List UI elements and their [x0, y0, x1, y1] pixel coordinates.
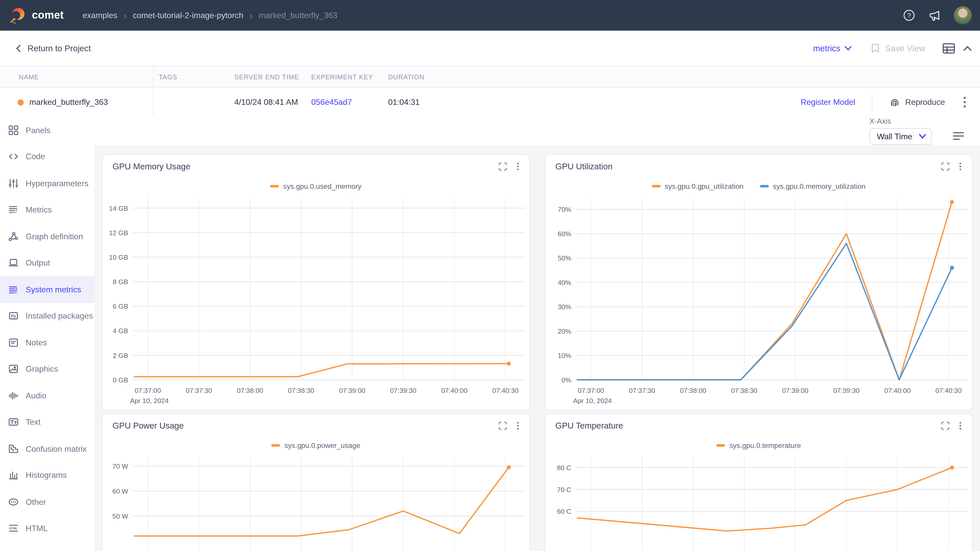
legend-item-sys-gpu-0-power-usage[interactable]: sys.gpu.0.power_usage	[271, 441, 360, 449]
kebab-menu-icon[interactable]	[956, 421, 965, 430]
breadcrumb-project[interactable]: comet-tutorial-2-image-pytorch	[133, 11, 243, 20]
sidebar-item-label: Output	[25, 258, 50, 268]
fullscreen-icon[interactable]	[941, 421, 950, 430]
x-tick-label: 07:37:30	[628, 387, 655, 394]
breadcrumb-workspace[interactable]: examples	[83, 11, 117, 20]
x-tick-label: 07:38:30	[288, 387, 314, 394]
sidebar-item-graph-definition[interactable]: Graph definition	[0, 223, 94, 249]
sidebar-item-metrics[interactable]: Metrics	[0, 197, 94, 223]
breadcrumb-separator: ›	[250, 10, 252, 20]
announcements-icon[interactable]	[928, 9, 941, 22]
chart-card-gpu-utilization: GPU Utilizationsys.gpu.0.gpu_utilization…	[545, 154, 972, 410]
y-tick-label: 70 W	[112, 462, 128, 470]
collapse-chevron-icon[interactable]	[963, 45, 972, 51]
sidebar-item-label: HTML	[25, 524, 48, 533]
series-endpoint-marker	[950, 465, 954, 470]
sidebar-item-other[interactable]: Other	[0, 489, 94, 515]
chart-plot: 50 W60 W70 W07:37:0007:37:3007:38:0007:3…	[103, 414, 530, 551]
x-tick-label: 07:40:30	[492, 387, 519, 394]
user-avatar[interactable]	[954, 6, 972, 24]
sidebar-item-installed-packages[interactable]: PyInstalled packages	[0, 303, 94, 329]
legend-swatch	[652, 185, 660, 187]
sidebar-item-notes[interactable]: Notes	[0, 329, 94, 356]
fullscreen-icon[interactable]	[498, 162, 508, 171]
chevron-down-icon	[845, 45, 852, 51]
legend-swatch	[760, 185, 768, 187]
chart-card-actions	[941, 421, 965, 430]
legend-item-sys-gpu-0-memory-utilization[interactable]: sys.gpu.0.memory_utilization	[760, 183, 865, 190]
sidebar-item-hyperparameters[interactable]: Hyperparameters	[0, 170, 94, 197]
view-selector-dropdown[interactable]: metrics	[813, 43, 852, 53]
chart-card-header: GPU Memory Usage	[113, 162, 522, 171]
chart-title: GPU Power Usage	[113, 421, 184, 430]
y-tick-label: 60 C	[557, 508, 571, 515]
sidebar-item-audio[interactable]: Audio	[0, 383, 94, 409]
sidebar-item-output[interactable]: Output	[0, 249, 94, 276]
x-tick-label: 07:39:30	[390, 387, 417, 394]
sidebar-item-graphics[interactable]: Graphics	[0, 356, 94, 383]
xaxis-select[interactable]: Wall Time	[870, 128, 932, 145]
y-tick-label: 0%	[561, 376, 571, 384]
fullscreen-icon[interactable]	[941, 162, 950, 171]
text-icon	[8, 417, 19, 427]
kebab-menu-icon[interactable]	[963, 96, 966, 108]
app-window: comet examples › comet-tutorial-2-image-…	[0, 0, 980, 551]
sidebar-item-code[interactable]: Code	[0, 143, 94, 170]
y-tick-label: 10%	[557, 352, 571, 359]
x-tick-label: 07:40:00	[884, 387, 910, 394]
y-tick-label: 6 GB	[113, 303, 128, 310]
experiment-status-dot	[18, 99, 24, 105]
x-tick-label: 07:38:00	[237, 387, 263, 394]
sidebar-item-panels[interactable]: Panels	[0, 117, 94, 143]
breadcrumb-separator: ›	[124, 10, 126, 20]
graph-definition-icon	[8, 231, 19, 242]
kebab-menu-icon[interactable]	[513, 421, 522, 430]
return-to-project-button[interactable]: Return to Project	[15, 43, 91, 53]
view-selector-value: metrics	[813, 43, 840, 53]
xaxis-control: X-Axis Wall Time	[870, 117, 932, 145]
y-tick-label: 80 C	[557, 464, 571, 472]
legend-item-sys-gpu-0-gpu-utilization[interactable]: sys.gpu.0.gpu_utilization	[652, 183, 743, 190]
fullscreen-icon[interactable]	[498, 421, 508, 430]
html-icon: HTML	[8, 523, 19, 534]
sidebar-item-label: Panels	[25, 125, 50, 135]
breadcrumb: examples › comet-tutorial-2-image-pytorc…	[83, 10, 337, 20]
legend-item-sys-gpu-0-used-memory[interactable]: sys.gpu.0.used_memory	[270, 183, 361, 190]
sidebar-item-html[interactable]: HTMLHTML	[0, 515, 94, 541]
chart-plot: 0 GB2 GB4 GB6 GB8 GB10 GB12 GB14 GB07:37…	[103, 155, 530, 411]
reproduce-button[interactable]: Reproduce	[890, 97, 945, 108]
sidebar-item-histograms[interactable]: Histograms	[0, 462, 94, 489]
experiment-row-actions: Register Model Reproduce	[800, 94, 980, 110]
sidebar-item-confusion-matrix[interactable]: Confusion matrix	[0, 435, 94, 462]
experiment-key-link[interactable]: 056e45ad7	[311, 97, 352, 107]
save-view-button[interactable]: Save View	[871, 43, 925, 53]
kebab-menu-icon[interactable]	[956, 162, 965, 171]
kebab-menu-icon[interactable]	[513, 162, 522, 171]
experiment-name-cell[interactable]: marked_butterfly_363	[0, 87, 154, 117]
sidebar-item-label: Confusion matrix	[25, 444, 86, 454]
y-tick-label: 0 GB	[113, 376, 128, 384]
installed-packages-icon: Py	[8, 311, 19, 321]
chart-options-icon[interactable]	[953, 132, 964, 141]
charts-grid: GPU Memory Usagesys.gpu.0.used_memory0 G…	[94, 145, 980, 551]
register-model-button[interactable]: Register Model	[800, 97, 855, 107]
comet-logo-icon	[8, 6, 27, 25]
sidebar-item-label: Other	[25, 497, 46, 507]
sidebar-item-label: Graphics	[25, 364, 58, 374]
sidebar-item-system-metrics[interactable]: System metrics	[0, 276, 94, 303]
reproduce-label: Reproduce	[905, 97, 945, 107]
series-line-sys-gpu-0-power-usage	[134, 467, 509, 536]
legend-item-sys-gpu-0-temperature[interactable]: sys.gpu.0.temperature	[716, 441, 801, 449]
y-tick-label: 4 GB	[113, 327, 128, 335]
sidebar-item-label: Text	[25, 418, 40, 427]
y-tick-label: 40%	[557, 279, 571, 286]
legend-swatch	[270, 185, 279, 187]
table-view-icon[interactable]	[942, 43, 955, 54]
sidebar-item-text[interactable]: Text	[0, 409, 94, 435]
help-icon[interactable]: ?	[903, 10, 915, 21]
y-tick-label: 14 GB	[109, 205, 128, 212]
series-line-sys-gpu-0-gpu-utilization	[577, 202, 952, 380]
chart-plot: 0%10%20%30%40%50%60%70%07:37:0007:37:300…	[546, 155, 973, 411]
comet-logo[interactable]: comet	[8, 6, 64, 25]
chart-legend: sys.gpu.0.power_usage	[103, 441, 529, 449]
